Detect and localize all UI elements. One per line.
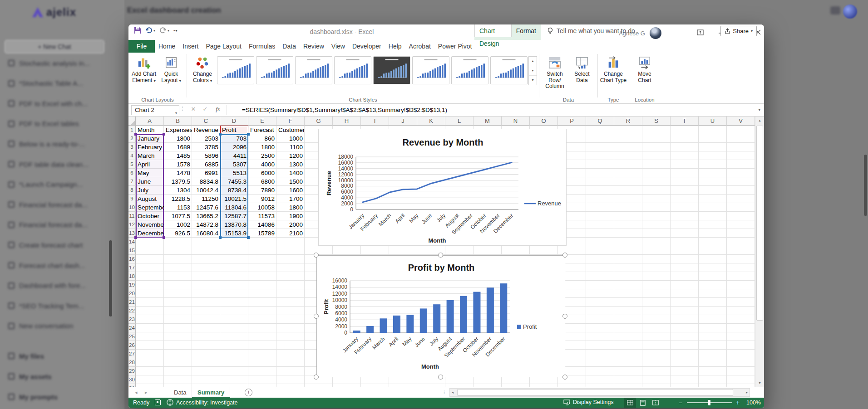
sidebar-chat-item[interactable]: Financial forecast da...	[0, 219, 124, 231]
tab-help[interactable]: Help	[385, 40, 405, 53]
row-header-29[interactable]: 29	[128, 367, 136, 375]
scroll-right-arrow[interactable]: ▸	[746, 390, 748, 394]
cell-F13[interactable]: 2100	[276, 229, 305, 238]
cell-E13[interactable]: 15789	[248, 229, 276, 238]
sidebar-chat-item[interactable]: *Stochastic Table A...	[0, 78, 124, 89]
cell-F11[interactable]: 1900	[276, 212, 305, 220]
chart-selection-handle[interactable]	[562, 253, 567, 258]
cell-C9[interactable]: 11250	[192, 195, 220, 203]
cell-B4[interactable]: 1485	[164, 151, 192, 160]
row-header-28[interactable]: 28	[128, 358, 136, 367]
tab-format[interactable]: Format	[512, 24, 541, 37]
column-header-C[interactable]: C	[192, 117, 220, 126]
chart-selection-handle[interactable]	[438, 253, 443, 258]
chart-style-thumbnail-2[interactable]	[256, 56, 293, 84]
cell-D7[interactable]: 7455.3	[220, 177, 248, 186]
cell-B7[interactable]: 1379.5	[164, 177, 192, 186]
ribbon-button-select-data[interactable]: SelectData	[568, 54, 596, 83]
vertical-scroll-thumb[interactable]	[756, 126, 763, 321]
normal-view-button[interactable]	[624, 398, 636, 408]
cell-A8[interactable]: July	[136, 186, 164, 195]
ribbon-button-change-chart-type[interactable]: ChangeChart Type	[600, 54, 627, 83]
horizontal-scrollbar[interactable]: ◂ ▸	[449, 388, 750, 397]
zoom-out-button[interactable]: −	[679, 399, 682, 406]
cell-B5[interactable]: 1578	[164, 160, 192, 169]
cell-D5[interactable]: 5307	[220, 160, 248, 169]
cell-B6[interactable]: 1478	[164, 169, 192, 177]
worksheet-grid[interactable]: ABCDEFGHIJKLMNOPQRSTUV123456789101112131…	[128, 117, 764, 387]
cell-D4[interactable]: 4411	[220, 151, 248, 160]
chart-selection-handle[interactable]	[562, 314, 567, 319]
cell-B9[interactable]: 1228.5	[164, 195, 192, 203]
sidebar-chat-item[interactable]: PDF table data clean...	[0, 158, 124, 170]
cell-A5[interactable]: April	[136, 160, 164, 169]
cell-F7[interactable]: 1500	[276, 177, 305, 186]
cell-F5[interactable]: 1300	[276, 160, 305, 169]
cell-D11[interactable]: 12587.7	[220, 212, 248, 220]
cell-C5[interactable]: 6885	[192, 160, 220, 169]
chart-style-thumbnail-8[interactable]	[490, 56, 528, 84]
row-header-11[interactable]: 11	[128, 212, 136, 220]
cell-D12[interactable]: 13870.8	[220, 220, 248, 229]
cell-C1[interactable]: Revenue	[192, 126, 220, 134]
cell-A6[interactable]: May	[136, 169, 164, 177]
topbar-icon[interactable]	[830, 6, 840, 15]
cell-E1[interactable]: Forecast	[248, 126, 276, 134]
cell-E11[interactable]: 11573	[248, 212, 276, 220]
tab-data[interactable]: Data	[279, 40, 300, 53]
chart-selection-handle[interactable]	[314, 314, 319, 319]
cancel-entry-button[interactable]: ✕	[188, 106, 198, 112]
row-header-18[interactable]: 18	[128, 272, 136, 281]
cell-A9[interactable]: August	[136, 195, 164, 203]
sidebar-link-my-prompts[interactable]: My prompts	[0, 391, 124, 403]
sidebar-chat-item[interactable]: Financial forecast da...	[0, 199, 124, 210]
ribbon-button-move-chart[interactable]: MoveChart	[631, 54, 658, 83]
cell-D2[interactable]: 703	[220, 134, 248, 143]
sidebar-scrollbar[interactable]	[109, 240, 112, 316]
cell-A12[interactable]: November	[136, 220, 164, 229]
column-header-J[interactable]: J	[389, 117, 417, 126]
row-header-4[interactable]: 4	[128, 151, 136, 160]
ribbon-button-quick-layout[interactable]: QuickLayout ▾	[158, 54, 185, 84]
column-header-G[interactable]: G	[305, 117, 333, 126]
cell-A1[interactable]: Month	[136, 126, 164, 134]
ribbon-button-change-colors[interactable]: ChangeColors ▾	[189, 54, 216, 84]
tab-power-pivot[interactable]: Power Pivot	[434, 40, 476, 53]
share-button[interactable]: Share ▾	[720, 26, 757, 36]
zoom-percentage[interactable]: 100%	[743, 399, 761, 406]
column-header-K[interactable]: K	[417, 117, 445, 126]
confirm-entry-button[interactable]: ✓	[200, 106, 210, 112]
cell-D10[interactable]: 11304.6	[220, 203, 248, 212]
row-header-26[interactable]: 26	[128, 341, 136, 350]
chart-selection-handle[interactable]	[314, 375, 319, 380]
column-header-T[interactable]: T	[671, 117, 699, 126]
chart-style-thumbnail-5[interactable]	[373, 56, 410, 84]
column-header-M[interactable]: M	[473, 117, 502, 126]
column-header-P[interactable]: P	[558, 117, 586, 126]
sheet-tab-data[interactable]: Data	[168, 387, 192, 398]
chart-style-thumbnail-6[interactable]	[412, 56, 449, 84]
row-header-30[interactable]: 30	[128, 375, 136, 384]
tab-home[interactable]: Home	[155, 40, 179, 53]
cell-B3[interactable]: 1689	[164, 143, 192, 151]
cell-B13[interactable]: 926.5	[164, 229, 192, 238]
cell-A11[interactable]: October	[136, 212, 164, 220]
cell-A13[interactable]: December	[136, 229, 164, 238]
tab-chart-design[interactable]: Chart Design	[474, 24, 512, 37]
cell-C6[interactable]: 6991	[192, 169, 220, 177]
redo-caret[interactable]: ▾	[168, 29, 169, 33]
row-header-3[interactable]: 3	[128, 143, 136, 151]
column-header-D[interactable]: D	[220, 117, 248, 126]
row-header-15[interactable]: 15	[128, 246, 136, 255]
row-header-24[interactable]: 24	[128, 324, 136, 332]
insert-function-button[interactable]: fx	[213, 106, 223, 113]
cell-D13[interactable]: 15153.9	[220, 229, 248, 238]
cell-E8[interactable]: 7890	[248, 186, 276, 195]
page-break-preview-button[interactable]	[650, 398, 661, 408]
row-header-21[interactable]: 21	[128, 298, 136, 307]
chart-profit-by-month[interactable]: Profit by Month0200040006000800010000120…	[316, 255, 565, 377]
column-header-O[interactable]: O	[530, 117, 558, 126]
cell-C3[interactable]: 3785	[192, 143, 220, 151]
cell-A10[interactable]: September	[136, 203, 164, 212]
row-header-22[interactable]: 22	[128, 307, 136, 315]
